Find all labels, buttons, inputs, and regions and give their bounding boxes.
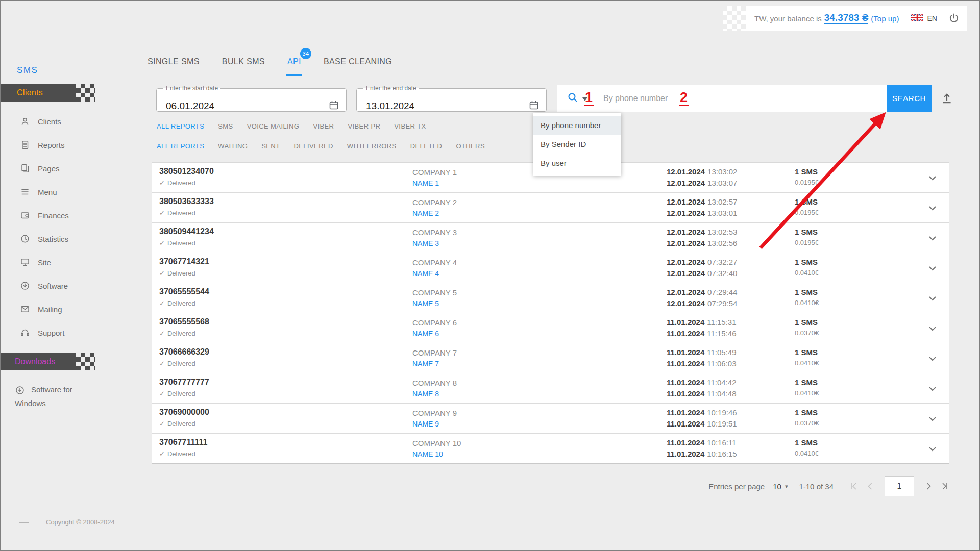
filter-voice-mailing[interactable]: VOICE MAILING xyxy=(247,122,300,130)
row-delivered-datetime: 11.01.202411:15:46 xyxy=(667,329,737,338)
row-expand-chevron-icon[interactable] xyxy=(928,326,937,331)
row-expand-chevron-icon[interactable] xyxy=(928,266,937,271)
row-expand-chevron-icon[interactable] xyxy=(928,296,937,301)
entries-per-page-value: 10 xyxy=(773,482,781,491)
search-button[interactable]: SEARCH xyxy=(887,85,932,112)
row-expand-chevron-icon[interactable] xyxy=(928,206,937,211)
logout-power-button[interactable] xyxy=(948,13,960,24)
row-sent-datetime: 12.01.202413:03:02 xyxy=(667,167,737,176)
delivered-check-icon: ✓ xyxy=(159,330,165,337)
sidebar-item-menu[interactable]: Menu xyxy=(1,180,146,204)
last-page-button[interactable] xyxy=(941,482,949,490)
row-name-link[interactable]: NAME 6 xyxy=(412,330,439,338)
row-name-link[interactable]: NAME 5 xyxy=(412,299,439,308)
tab-bulk-sms[interactable]: BULK SMS xyxy=(221,54,266,76)
table-row: 380503633333 ✓Delivered COMPANY 2 NAME 2… xyxy=(152,193,949,223)
row-name-link[interactable]: NAME 8 xyxy=(412,390,439,398)
row-delivered-datetime: 12.01.202407:32:40 xyxy=(667,269,737,278)
row-sent-time: 11:04:42 xyxy=(707,378,736,387)
table-row: 380509441234 ✓Delivered COMPANY 3 NAME 3… xyxy=(152,223,949,253)
tab-single-sms[interactable]: SINGLE SMS xyxy=(146,54,201,76)
sidebar-item-support[interactable]: Support xyxy=(1,321,146,344)
entries-per-page-select[interactable]: 10 ▾ xyxy=(773,482,788,491)
row-name-link[interactable]: NAME 3 xyxy=(412,239,439,247)
start-date-value[interactable]: 06.01.2024 xyxy=(166,101,214,112)
sidebar-item-mailing[interactable]: Mailing xyxy=(1,297,146,321)
row-delivered-datetime: 12.01.202413:03:07 xyxy=(667,179,737,187)
end-date-value[interactable]: 13.01.2024 xyxy=(366,101,414,112)
footer-divider xyxy=(1,505,979,505)
filter-all-reports[interactable]: ALL REPORTS xyxy=(157,122,204,130)
row-delivered-date: 11.01.2024 xyxy=(667,419,704,428)
filter-sms[interactable]: SMS xyxy=(218,122,233,130)
filter-status-deleted[interactable]: DELETED xyxy=(410,142,443,150)
row-expand-chevron-icon[interactable] xyxy=(928,416,937,421)
row-expand-chevron-icon[interactable] xyxy=(928,386,937,391)
row-expand-chevron-icon[interactable] xyxy=(928,176,937,181)
sidebar-item-pages[interactable]: Pages xyxy=(1,157,146,180)
row-sms-count: 1 SMS xyxy=(795,408,818,417)
filter-status-others[interactable]: OTHERS xyxy=(456,142,485,150)
sidebar-item-software[interactable]: Software xyxy=(1,274,146,297)
filter-status-all-reports[interactable]: ALL REPORTS xyxy=(157,142,204,150)
sidebar-item-software-for-windows[interactable]: Software for Windows xyxy=(15,383,94,410)
sidebar-section-clients[interactable]: Clients xyxy=(1,84,76,102)
export-upload-icon[interactable] xyxy=(940,92,953,105)
search-input[interactable] xyxy=(602,93,887,104)
sidebar-item-reports[interactable]: Reports xyxy=(1,133,146,157)
row-name-link[interactable]: NAME 7 xyxy=(412,360,439,368)
first-page-button[interactable] xyxy=(850,482,858,490)
report-icon xyxy=(20,140,30,150)
row-sent-time: 07:32:27 xyxy=(707,258,737,266)
row-name-link[interactable]: NAME 10 xyxy=(412,450,443,458)
filter-status-with-errors[interactable]: WITH ERRORS xyxy=(347,142,397,150)
row-price: 0.0195€ xyxy=(795,179,819,186)
sidebar-item-site[interactable]: Site xyxy=(1,251,146,274)
sidebar-item-clients[interactable]: Clients xyxy=(1,110,146,133)
row-phone: 37066666329 xyxy=(159,347,209,357)
delivered-check-icon: ✓ xyxy=(159,299,165,307)
sidebar-item-finances[interactable]: Finances xyxy=(1,204,146,227)
row-expand-chevron-icon[interactable] xyxy=(928,446,937,452)
start-date-field[interactable]: Enter the start date 06.01.2024 xyxy=(156,85,347,112)
row-expand-chevron-icon[interactable] xyxy=(928,236,937,241)
delivered-check-icon: ✓ xyxy=(159,450,165,458)
row-phone: 37067714321 xyxy=(159,257,209,266)
sidebar-section-sms[interactable]: SMS xyxy=(17,65,38,76)
row-name-link[interactable]: NAME 4 xyxy=(412,269,439,278)
filter-viber[interactable]: VIBER xyxy=(313,122,334,130)
filter-status-sent[interactable]: SENT xyxy=(261,142,280,150)
language-selector[interactable]: EN xyxy=(911,14,937,23)
row-sent-date: 12.01.2024 xyxy=(667,197,705,206)
dropdown-option-by-user[interactable]: By user xyxy=(533,154,621,172)
calendar-icon[interactable] xyxy=(329,100,339,110)
next-page-button[interactable] xyxy=(924,482,933,490)
row-expand-chevron-icon[interactable] xyxy=(928,356,937,361)
row-name-link[interactable]: NAME 9 xyxy=(412,420,439,428)
sidebar-item-statistics[interactable]: Statistics xyxy=(1,227,146,251)
top-bar: TW, your balance is 34.3783 ₴ (Top up) E… xyxy=(746,6,967,31)
page-number-input[interactable]: 1 xyxy=(885,476,914,496)
row-sent-time: 07:29:44 xyxy=(707,288,737,296)
row-status-label: Delivered xyxy=(167,360,195,367)
row-name-link[interactable]: NAME 2 xyxy=(412,209,439,217)
dropdown-option-by-phone-number[interactable]: By phone number xyxy=(533,116,621,135)
filter-status-waiting[interactable]: WAITING xyxy=(218,142,248,150)
row-delivered-datetime: 11.01.202411:04:48 xyxy=(667,389,737,398)
search-divider xyxy=(594,91,594,106)
calendar-icon[interactable] xyxy=(529,100,539,110)
filter-status-delivered[interactable]: DELIVERED xyxy=(294,142,333,150)
search-type-dropdown: By phone number By Sender ID By user xyxy=(533,113,621,176)
filter-viber-tx[interactable]: VIBER TX xyxy=(394,122,426,130)
end-date-field[interactable]: Enter the end date 13.01.2024 xyxy=(356,85,547,112)
previous-page-button[interactable] xyxy=(866,482,874,490)
tab-base-cleaning[interactable]: BASE CLEANING xyxy=(323,54,393,76)
tab-api[interactable]: API34 xyxy=(286,54,302,76)
top-up-link[interactable]: (Top up) xyxy=(871,14,899,23)
filter-viber-pr[interactable]: VIBER PR xyxy=(348,122,380,130)
row-name-link[interactable]: NAME 1 xyxy=(412,179,439,187)
sidebar-item-label: Clients xyxy=(38,117,61,126)
dropdown-option-by-sender-id[interactable]: By Sender ID xyxy=(533,135,621,154)
sidebar-section-downloads[interactable]: Downloads xyxy=(1,353,76,370)
sidebar-item-label: Menu xyxy=(38,188,57,196)
